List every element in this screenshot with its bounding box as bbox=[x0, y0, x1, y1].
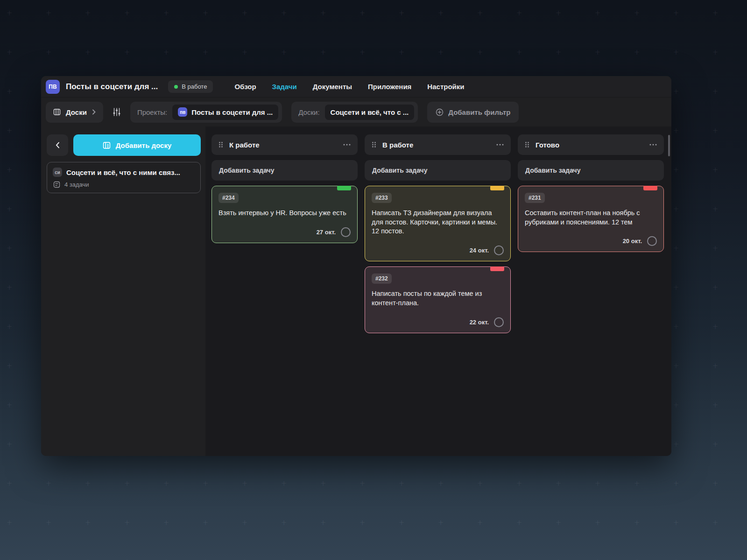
projects-filter: Проекты: пв Посты в соцсети для ... bbox=[130, 102, 282, 123]
status-label: В работе bbox=[182, 83, 207, 90]
card-color-tag bbox=[643, 186, 657, 190]
column-header[interactable]: Готово bbox=[518, 134, 664, 155]
board-item-badge: си bbox=[53, 168, 62, 177]
column-title: В работе bbox=[382, 141, 413, 149]
ellipsis-icon bbox=[496, 144, 504, 146]
task-id-badge: #234 bbox=[218, 193, 239, 203]
drag-handle-icon[interactable] bbox=[525, 141, 529, 148]
drag-handle-icon[interactable] bbox=[372, 141, 376, 148]
task-card-233[interactable]: #233 Написать ТЗ дизайнерам для визуала … bbox=[365, 186, 511, 261]
boards-view-label: Доски bbox=[66, 108, 87, 116]
add-filter-button[interactable]: Добавить фильтр bbox=[427, 102, 519, 123]
column-menu-button[interactable] bbox=[343, 144, 351, 146]
add-task-button[interactable]: Добавить задачу bbox=[518, 160, 664, 181]
task-text: Написать ТЗ дизайнерам для визуала для п… bbox=[372, 209, 504, 236]
column-title: Готово bbox=[536, 141, 559, 149]
main-tabs: Обзор Задачи Документы Приложения Настро… bbox=[234, 83, 464, 91]
board-item-task-count: 4 задачи bbox=[64, 181, 89, 188]
projects-filter-chip[interactable]: пв Посты в соцсети для ... bbox=[172, 105, 278, 120]
task-text: Взять интервью у HR. Вопросы уже есть bbox=[218, 209, 351, 218]
top-bar: ПВ Посты в соцсети для ... В работе Обзо… bbox=[41, 76, 671, 98]
projects-filter-label: Проекты: bbox=[137, 108, 167, 116]
filter-bar: Доски Проекты: пв Посты в соцсети для ..… bbox=[41, 98, 671, 126]
status-dot-icon bbox=[174, 85, 178, 89]
project-avatar-badge[interactable]: ПВ bbox=[46, 80, 60, 94]
column-menu-button[interactable] bbox=[496, 144, 504, 146]
task-due-date: 24 окт. bbox=[470, 247, 489, 254]
card-color-tag bbox=[337, 186, 351, 190]
board-list-item[interactable]: си Соцсети и всё, что с ними связ... 4 з… bbox=[47, 162, 201, 193]
task-complete-checkbox[interactable] bbox=[494, 317, 504, 327]
task-text: Составить контент-план на ноябрь с рубри… bbox=[525, 209, 657, 227]
column-done: Готово Добавить задачу #231 Составить ко… bbox=[518, 134, 664, 456]
ellipsis-icon bbox=[649, 144, 657, 146]
task-id-badge: #232 bbox=[372, 273, 392, 284]
add-board-button[interactable]: Добавить доску bbox=[73, 134, 201, 156]
column-header[interactable]: В работе bbox=[365, 134, 511, 155]
board-item-title: Соцсети и всё, что с ними связ... bbox=[66, 168, 180, 176]
project-status-badge[interactable]: В работе bbox=[168, 80, 213, 93]
boards-filter-chip[interactable]: Соцсети и всё, что с ... bbox=[325, 105, 415, 120]
add-filter-label: Добавить фильтр bbox=[448, 108, 510, 116]
card-color-tag bbox=[490, 186, 504, 190]
tab-documents[interactable]: Документы bbox=[313, 83, 352, 91]
column-in-progress: В работе Добавить задачу #233 Написать Т… bbox=[365, 134, 511, 456]
boards-sidebar: Добавить доску си Соцсети и всё, что с н… bbox=[41, 126, 205, 456]
drag-handle-icon[interactable] bbox=[218, 141, 223, 148]
project-chip-badge: пв bbox=[178, 107, 187, 117]
column-to-work: К работе Добавить задачу #234 Взять инте… bbox=[211, 134, 358, 456]
board-chip-text: Соцсети и всё, что с ... bbox=[331, 108, 409, 116]
chevron-right-icon bbox=[92, 109, 96, 115]
boards-view-button[interactable]: Доски bbox=[46, 102, 103, 123]
tab-settings[interactable]: Настройки bbox=[427, 83, 464, 91]
task-card-231[interactable]: #231 Составить контент-план на ноябрь с … bbox=[518, 186, 664, 252]
add-task-button[interactable]: Добавить задачу bbox=[365, 160, 511, 181]
add-board-label: Добавить доску bbox=[116, 141, 172, 149]
task-due-date: 27 окт. bbox=[317, 229, 336, 236]
project-chip-text: Посты в соцсети для ... bbox=[191, 108, 273, 116]
kanban-board: К работе Добавить задачу #234 Взять инте… bbox=[205, 126, 671, 456]
column-menu-button[interactable] bbox=[649, 144, 657, 146]
content-area: Добавить доску си Соцсети и всё, что с н… bbox=[41, 126, 671, 456]
task-due-date: 22 окт. bbox=[470, 319, 489, 326]
kanban-board-icon bbox=[103, 141, 111, 149]
task-card-234[interactable]: #234 Взять интервью у HR. Вопросы уже ес… bbox=[211, 186, 358, 243]
kanban-board-icon bbox=[53, 108, 61, 116]
filters-sliders-icon[interactable] bbox=[113, 107, 121, 117]
collapse-sidebar-button[interactable] bbox=[47, 134, 68, 156]
task-complete-checkbox[interactable] bbox=[494, 245, 504, 255]
app-window: ПВ Посты в соцсети для ... В работе Обзо… bbox=[41, 76, 671, 456]
plus-circle-icon bbox=[436, 108, 444, 116]
add-task-button[interactable]: Добавить задачу bbox=[211, 160, 358, 181]
tasks-count-icon bbox=[53, 181, 60, 188]
project-title: Посты в соцсети для ... bbox=[66, 82, 158, 91]
vertical-scrollbar[interactable] bbox=[668, 135, 670, 156]
tab-tasks[interactable]: Задачи bbox=[272, 83, 297, 91]
task-id-badge: #231 bbox=[525, 193, 545, 203]
boards-filter-label: Доски: bbox=[298, 108, 319, 116]
column-title: К работе bbox=[229, 141, 260, 149]
column-header[interactable]: К работе bbox=[211, 134, 358, 155]
task-complete-checkbox[interactable] bbox=[341, 227, 351, 237]
task-card-232[interactable]: #232 Написать посты по каждой теме из ко… bbox=[365, 266, 511, 333]
tab-overview[interactable]: Обзор bbox=[234, 83, 256, 91]
task-due-date: 20 окт. bbox=[623, 238, 642, 245]
task-text: Написать посты по каждой теме из контент… bbox=[372, 289, 504, 308]
tab-applications[interactable]: Приложения bbox=[368, 83, 411, 91]
boards-filter: Доски: Соцсети и всё, что с ... bbox=[291, 102, 418, 123]
card-color-tag bbox=[490, 266, 504, 271]
chevron-left-icon bbox=[56, 142, 60, 148]
ellipsis-icon bbox=[343, 144, 351, 146]
task-complete-checkbox[interactable] bbox=[647, 236, 657, 246]
task-id-badge: #233 bbox=[372, 193, 392, 203]
